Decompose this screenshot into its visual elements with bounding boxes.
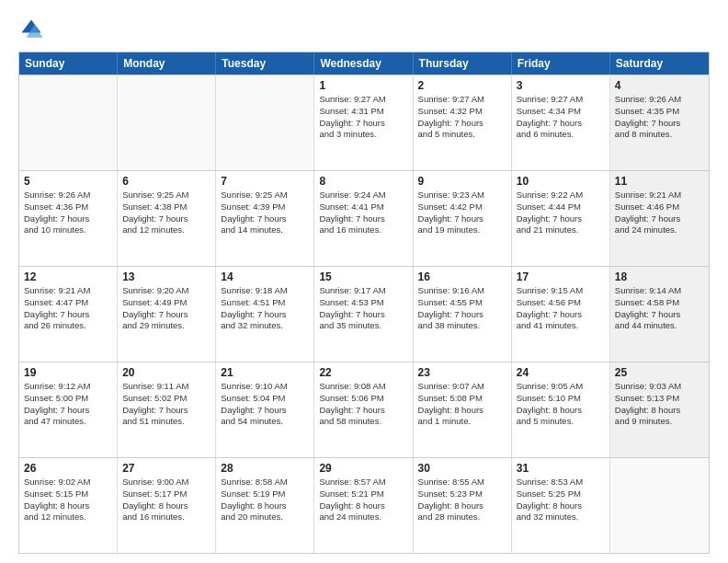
cal-cell: 28Sunrise: 8:58 AM Sunset: 5:19 PM Dayli… bbox=[216, 458, 314, 553]
calendar-header: SundayMondayTuesdayWednesdayThursdayFrid… bbox=[19, 52, 709, 75]
day-number: 27 bbox=[122, 462, 210, 475]
cal-cell: 17Sunrise: 9:15 AM Sunset: 4:56 PM Dayli… bbox=[512, 267, 610, 362]
cal-cell: 26Sunrise: 9:02 AM Sunset: 5:15 PM Dayli… bbox=[19, 458, 118, 553]
day-info: Sunrise: 9:11 AM Sunset: 5:02 PM Dayligh… bbox=[122, 381, 210, 428]
day-info: Sunrise: 9:05 AM Sunset: 5:10 PM Dayligh… bbox=[517, 381, 605, 428]
calendar-body: 1Sunrise: 9:27 AM Sunset: 4:31 PM Daylig… bbox=[19, 75, 709, 553]
cal-cell: 20Sunrise: 9:11 AM Sunset: 5:02 PM Dayli… bbox=[118, 362, 216, 457]
header-cell-sunday: Sunday bbox=[19, 52, 118, 75]
day-info: Sunrise: 9:15 AM Sunset: 4:56 PM Dayligh… bbox=[517, 285, 605, 332]
day-info: Sunrise: 9:26 AM Sunset: 4:35 PM Dayligh… bbox=[615, 94, 704, 141]
day-info: Sunrise: 9:24 AM Sunset: 4:41 PM Dayligh… bbox=[319, 190, 407, 236]
day-number: 23 bbox=[418, 366, 506, 379]
day-number: 10 bbox=[517, 175, 605, 188]
header-cell-tuesday: Tuesday bbox=[216, 52, 314, 75]
day-info: Sunrise: 9:25 AM Sunset: 4:38 PM Dayligh… bbox=[122, 190, 210, 236]
header-cell-monday: Monday bbox=[118, 52, 216, 75]
page: SundayMondayTuesdayWednesdayThursdayFrid… bbox=[0, 0, 728, 563]
cal-cell: 14Sunrise: 9:18 AM Sunset: 4:51 PM Dayli… bbox=[216, 267, 314, 362]
day-info: Sunrise: 9:10 AM Sunset: 5:04 PM Dayligh… bbox=[221, 381, 309, 428]
day-number: 28 bbox=[221, 462, 309, 475]
day-number: 16 bbox=[418, 270, 506, 283]
cal-cell: 25Sunrise: 9:03 AM Sunset: 5:13 PM Dayli… bbox=[610, 362, 709, 457]
header-cell-saturday: Saturday bbox=[610, 52, 709, 75]
day-number: 19 bbox=[24, 366, 112, 379]
cal-cell: 2Sunrise: 9:27 AM Sunset: 4:32 PM Daylig… bbox=[414, 75, 512, 170]
day-info: Sunrise: 8:57 AM Sunset: 5:21 PM Dayligh… bbox=[319, 477, 407, 523]
day-number: 1 bbox=[319, 79, 407, 92]
day-info: Sunrise: 9:07 AM Sunset: 5:08 PM Dayligh… bbox=[418, 381, 506, 428]
cal-cell: 27Sunrise: 9:00 AM Sunset: 5:17 PM Dayli… bbox=[118, 458, 216, 553]
cal-cell: 4Sunrise: 9:26 AM Sunset: 4:35 PM Daylig… bbox=[610, 75, 709, 170]
cal-cell: 22Sunrise: 9:08 AM Sunset: 5:06 PM Dayli… bbox=[314, 362, 413, 457]
day-number: 8 bbox=[319, 175, 407, 188]
logo bbox=[18, 17, 48, 42]
day-number: 13 bbox=[122, 270, 210, 283]
day-number: 31 bbox=[517, 462, 605, 475]
day-number: 17 bbox=[517, 270, 605, 283]
day-number: 4 bbox=[615, 79, 704, 92]
cal-cell: 13Sunrise: 9:20 AM Sunset: 4:49 PM Dayli… bbox=[118, 267, 216, 362]
day-info: Sunrise: 8:58 AM Sunset: 5:19 PM Dayligh… bbox=[221, 477, 309, 523]
day-number: 7 bbox=[221, 175, 309, 188]
header-cell-thursday: Thursday bbox=[414, 52, 512, 75]
cal-cell bbox=[216, 75, 314, 170]
day-info: Sunrise: 9:17 AM Sunset: 4:53 PM Dayligh… bbox=[319, 285, 407, 332]
day-info: Sunrise: 9:03 AM Sunset: 5:13 PM Dayligh… bbox=[615, 381, 704, 428]
cal-cell: 12Sunrise: 9:21 AM Sunset: 4:47 PM Dayli… bbox=[19, 267, 118, 362]
week-row-1: 1Sunrise: 9:27 AM Sunset: 4:31 PM Daylig… bbox=[19, 75, 709, 170]
week-row-4: 19Sunrise: 9:12 AM Sunset: 5:00 PM Dayli… bbox=[19, 362, 709, 457]
day-info: Sunrise: 9:21 AM Sunset: 4:46 PM Dayligh… bbox=[615, 190, 704, 236]
cal-cell bbox=[19, 75, 118, 170]
cal-cell: 6Sunrise: 9:25 AM Sunset: 4:38 PM Daylig… bbox=[118, 171, 216, 266]
day-info: Sunrise: 8:53 AM Sunset: 5:25 PM Dayligh… bbox=[517, 477, 605, 523]
cal-cell: 1Sunrise: 9:27 AM Sunset: 4:31 PM Daylig… bbox=[314, 75, 413, 170]
cal-cell: 3Sunrise: 9:27 AM Sunset: 4:34 PM Daylig… bbox=[512, 75, 610, 170]
day-number: 11 bbox=[615, 175, 704, 188]
day-number: 12 bbox=[24, 270, 112, 283]
day-number: 20 bbox=[122, 366, 210, 379]
cal-cell: 10Sunrise: 9:22 AM Sunset: 4:44 PM Dayli… bbox=[512, 171, 610, 266]
header-cell-friday: Friday bbox=[512, 52, 610, 75]
day-number: 9 bbox=[418, 175, 506, 188]
cal-cell: 29Sunrise: 8:57 AM Sunset: 5:21 PM Dayli… bbox=[314, 458, 413, 553]
week-row-3: 12Sunrise: 9:21 AM Sunset: 4:47 PM Dayli… bbox=[19, 266, 709, 362]
header-cell-wednesday: Wednesday bbox=[314, 52, 413, 75]
day-info: Sunrise: 9:27 AM Sunset: 4:31 PM Dayligh… bbox=[319, 94, 407, 141]
day-number: 29 bbox=[319, 462, 407, 475]
cal-cell bbox=[118, 75, 216, 170]
cal-cell: 31Sunrise: 8:53 AM Sunset: 5:25 PM Dayli… bbox=[512, 458, 610, 553]
day-info: Sunrise: 9:00 AM Sunset: 5:17 PM Dayligh… bbox=[122, 477, 210, 523]
cal-cell: 18Sunrise: 9:14 AM Sunset: 4:58 PM Dayli… bbox=[610, 267, 709, 362]
day-info: Sunrise: 9:27 AM Sunset: 4:32 PM Dayligh… bbox=[418, 94, 506, 141]
header bbox=[18, 17, 710, 42]
calendar: SundayMondayTuesdayWednesdayThursdayFrid… bbox=[18, 52, 710, 554]
day-number: 5 bbox=[24, 175, 112, 188]
day-number: 15 bbox=[319, 270, 407, 283]
cal-cell bbox=[610, 458, 709, 553]
day-number: 30 bbox=[418, 462, 506, 475]
day-info: Sunrise: 9:18 AM Sunset: 4:51 PM Dayligh… bbox=[221, 285, 309, 332]
week-row-5: 26Sunrise: 9:02 AM Sunset: 5:15 PM Dayli… bbox=[19, 457, 709, 553]
cal-cell: 19Sunrise: 9:12 AM Sunset: 5:00 PM Dayli… bbox=[19, 362, 118, 457]
cal-cell: 7Sunrise: 9:25 AM Sunset: 4:39 PM Daylig… bbox=[216, 171, 314, 266]
cal-cell: 8Sunrise: 9:24 AM Sunset: 4:41 PM Daylig… bbox=[314, 171, 413, 266]
day-number: 21 bbox=[221, 366, 309, 379]
cal-cell: 5Sunrise: 9:26 AM Sunset: 4:36 PM Daylig… bbox=[19, 171, 118, 266]
day-number: 6 bbox=[122, 175, 210, 188]
day-number: 26 bbox=[24, 462, 112, 475]
logo-icon bbox=[18, 17, 44, 42]
cal-cell: 16Sunrise: 9:16 AM Sunset: 4:55 PM Dayli… bbox=[414, 267, 512, 362]
day-info: Sunrise: 9:27 AM Sunset: 4:34 PM Dayligh… bbox=[517, 94, 605, 141]
week-row-2: 5Sunrise: 9:26 AM Sunset: 4:36 PM Daylig… bbox=[19, 170, 709, 266]
day-info: Sunrise: 9:21 AM Sunset: 4:47 PM Dayligh… bbox=[24, 285, 112, 332]
cal-cell: 9Sunrise: 9:23 AM Sunset: 4:42 PM Daylig… bbox=[414, 171, 512, 266]
day-number: 14 bbox=[221, 270, 309, 283]
day-info: Sunrise: 8:55 AM Sunset: 5:23 PM Dayligh… bbox=[418, 477, 506, 523]
day-info: Sunrise: 9:26 AM Sunset: 4:36 PM Dayligh… bbox=[24, 190, 112, 236]
day-number: 24 bbox=[517, 366, 605, 379]
day-number: 18 bbox=[615, 270, 704, 283]
day-number: 2 bbox=[418, 79, 506, 92]
cal-cell: 15Sunrise: 9:17 AM Sunset: 4:53 PM Dayli… bbox=[314, 267, 413, 362]
day-info: Sunrise: 9:20 AM Sunset: 4:49 PM Dayligh… bbox=[122, 285, 210, 332]
